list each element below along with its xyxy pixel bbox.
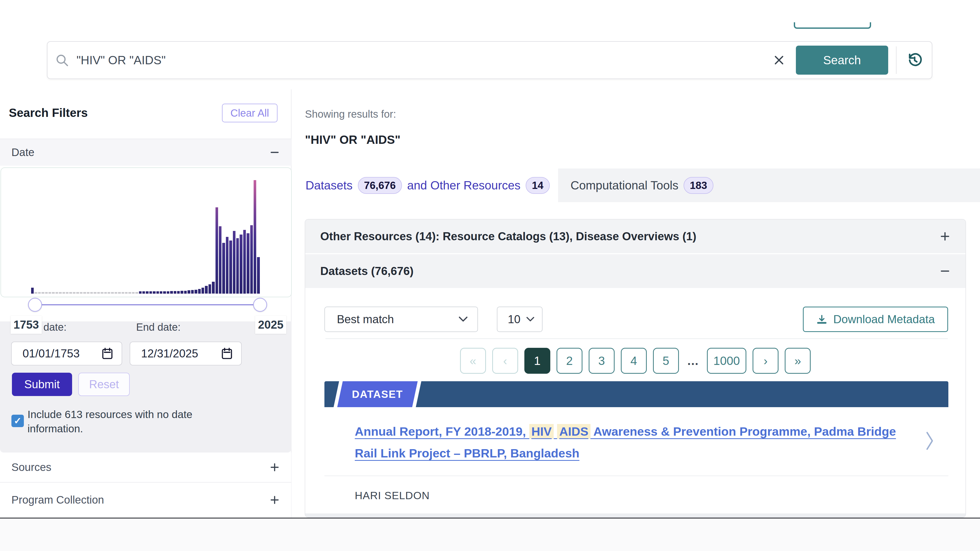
histogram-bar xyxy=(222,243,225,294)
search-input[interactable] xyxy=(76,53,770,67)
histogram-bar xyxy=(177,291,180,294)
search-bar: Search xyxy=(47,41,932,79)
histogram-bar xyxy=(48,292,51,294)
histogram-bar xyxy=(52,292,54,294)
accordion-other-resources[interactable]: Other Resources (14): Resource Catalogs … xyxy=(305,219,966,253)
histogram-bar xyxy=(104,292,107,294)
date-submit-button[interactable]: Submit xyxy=(12,373,72,396)
histogram-bar xyxy=(118,292,121,294)
highlighted-term: HIV xyxy=(529,424,554,439)
title-text xyxy=(554,424,557,438)
histogram-bar xyxy=(212,282,215,294)
end-date-input[interactable]: 12/31/2025 xyxy=(130,341,242,365)
collapse-minus-icon xyxy=(940,266,950,276)
showing-results-label: Showing results for: xyxy=(305,108,396,120)
filter-section-date[interactable]: Date xyxy=(0,139,291,166)
collapse-minus-icon xyxy=(269,147,280,157)
accordion-label: Other Resources (14): Resource Catalogs … xyxy=(320,230,696,243)
app-screen: Search Search Filters Clear All Date Sta… xyxy=(0,0,980,551)
pagination-button-1000[interactable]: 1000 xyxy=(707,348,746,374)
accordion-datasets[interactable]: Datasets (76,676) xyxy=(305,254,966,288)
pagination-button-3[interactable]: 3 xyxy=(589,348,615,374)
pagination-button-5[interactable]: 5 xyxy=(653,348,679,374)
accordion-label: Datasets (76,676) xyxy=(320,265,414,278)
pagination-button-›[interactable]: › xyxy=(752,348,778,374)
histogram-bar xyxy=(198,289,201,294)
result-author: HARI SELDON xyxy=(325,476,948,502)
calendar-icon[interactable] xyxy=(102,348,113,359)
histogram-bar xyxy=(87,292,89,294)
end-date-value: 12/31/2025 xyxy=(141,347,198,360)
end-date-label: End date: xyxy=(136,321,180,333)
dataset-badge-label: DATASET xyxy=(352,389,403,400)
filters-title: Search Filters xyxy=(9,106,88,120)
title-text: Annual Report, FY 2018-2019, xyxy=(355,424,529,438)
histogram-bar xyxy=(208,284,211,294)
chevron-down-icon xyxy=(526,316,535,322)
search-icon xyxy=(55,53,69,67)
teal-tab-indicator xyxy=(794,22,871,29)
histogram-bar xyxy=(229,240,232,294)
result-title-link[interactable]: Annual Report, FY 2018-2019, HIV AIDS Aw… xyxy=(355,421,910,464)
query-echo: "HIV" OR "AIDS" xyxy=(305,133,400,147)
histogram-bar xyxy=(226,237,229,294)
filter-section-program-collection[interactable]: Program Collection xyxy=(0,483,291,517)
expand-plus-icon xyxy=(269,462,280,472)
calendar-icon[interactable] xyxy=(221,348,232,359)
histogram-bar xyxy=(135,292,138,294)
date-section-label: Date xyxy=(11,146,35,159)
search-history-button[interactable] xyxy=(904,50,925,70)
histogram-bar xyxy=(90,292,93,294)
histogram-bar xyxy=(236,238,239,294)
pagination: «‹12345…1000›» xyxy=(305,348,966,374)
date-range-slider-handle-min[interactable] xyxy=(28,298,42,312)
histogram-bar xyxy=(233,231,235,294)
date-reset-button[interactable]: Reset xyxy=(78,373,130,396)
histogram-bar xyxy=(250,225,253,294)
histogram-bar xyxy=(243,230,246,294)
start-date-input[interactable]: 01/01/1753 xyxy=(11,341,122,365)
download-icon xyxy=(816,314,827,325)
tab-datasets-and-other-resources[interactable]: Datasets 76,676 and Other Resources 14 xyxy=(305,168,550,202)
histogram-bar xyxy=(31,288,34,294)
pagination-button-»[interactable]: » xyxy=(785,348,811,374)
chevron-right-icon[interactable] xyxy=(925,431,934,452)
histogram-bar xyxy=(150,291,152,294)
date-range-slider-track[interactable] xyxy=(35,304,260,305)
histogram-bar xyxy=(153,291,155,294)
filter-section-sources[interactable]: Sources xyxy=(0,453,291,482)
clear-search-icon[interactable] xyxy=(770,51,788,69)
histogram-bar xyxy=(257,257,259,294)
download-metadata-button[interactable]: Download Metadata xyxy=(803,306,948,332)
date-range-slider-handle-max[interactable] xyxy=(253,298,267,312)
search-button[interactable]: Search xyxy=(796,46,888,75)
page-size-select[interactable]: 10 xyxy=(497,306,542,332)
histogram-bar xyxy=(247,233,249,294)
pagination-button-1[interactable]: 1 xyxy=(524,348,550,374)
histogram-bar xyxy=(97,292,100,294)
tab-computational-tools[interactable]: Computational Tools 183 xyxy=(571,168,713,202)
history-icon xyxy=(906,52,923,69)
histogram-bar xyxy=(35,292,37,294)
controls-divider xyxy=(325,338,948,339)
histogram-bar xyxy=(76,292,79,294)
histogram-bar xyxy=(132,292,135,294)
histogram-bar xyxy=(111,292,114,294)
histogram-bar xyxy=(66,292,68,294)
count-badge: 183 xyxy=(684,177,713,194)
histogram-bar xyxy=(139,291,142,294)
page-bottom-band xyxy=(0,519,980,551)
count-badge: 14 xyxy=(526,177,550,194)
histogram-bar xyxy=(62,292,65,294)
no-date-checkbox[interactable]: ✓ xyxy=(11,414,24,427)
sort-select[interactable]: Best match xyxy=(325,306,478,332)
histogram-bar xyxy=(205,286,207,294)
clear-all-button[interactable]: Clear All xyxy=(222,104,277,122)
histogram-bar xyxy=(194,290,197,294)
pagination-button-4[interactable]: 4 xyxy=(621,348,647,374)
slider-min-value: 1753 xyxy=(11,316,42,334)
histogram-bar xyxy=(69,292,72,294)
pagination-button-2[interactable]: 2 xyxy=(557,348,582,374)
dataset-badge: DATASET xyxy=(334,381,421,407)
histogram-bar xyxy=(191,290,194,294)
